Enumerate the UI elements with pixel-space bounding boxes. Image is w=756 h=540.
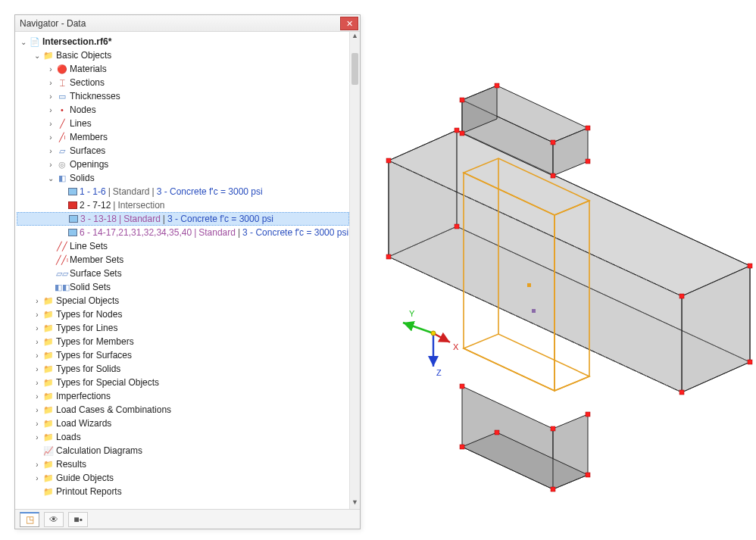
tree-row-surfaces[interactable]: › ▱ Surfaces (17, 144, 349, 158)
chevron-right-icon[interactable]: › (32, 324, 42, 332)
solid-item-3-selected[interactable]: 3 - 13-18|Standard|3 - Concrete f'c = 30… (17, 212, 349, 226)
tree-row-line-sets[interactable]: ╱╱ Line Sets (17, 239, 349, 253)
svg-rect-40 (551, 487, 555, 492)
svg-rect-43 (460, 131, 464, 136)
scroll-thumb[interactable] (351, 53, 358, 85)
tree-row-nodes[interactable]: › • Nodes (17, 103, 349, 117)
tree-row-member-sets[interactable]: ╱╱I Member Sets (17, 253, 349, 267)
surface-sets-icon: ▱▱ (56, 268, 68, 279)
svg-text:Z: Z (436, 368, 442, 377)
tab-views[interactable]: ■▪ (68, 512, 88, 527)
tree-row-load-cases[interactable]: › 📁 Load Cases & Combinations (17, 403, 349, 417)
model-3d-view: Y X Z (364, 0, 756, 540)
folder-icon: 📁 (42, 486, 55, 497)
chevron-right-icon[interactable]: › (32, 420, 42, 428)
scroll-up-icon[interactable]: ▲ (350, 32, 360, 42)
openings-icon: ◎ (56, 159, 68, 170)
solid-item-6[interactable]: 6 - 14-17,21,31,32,34,35,40|Standard|3 -… (17, 226, 349, 239)
chevron-right-icon[interactable]: › (45, 92, 56, 101)
solid-item-2[interactable]: 2 - 7-12|Intersection (17, 198, 349, 212)
chevron-right-icon[interactable]: › (45, 133, 56, 142)
tab-display[interactable]: 👁 (44, 512, 64, 527)
tree-row-types-special[interactable]: › 📁 Types for Special Objects (17, 376, 349, 389)
color-swatch-icon (68, 201, 77, 209)
svg-rect-45 (586, 159, 590, 164)
tree-row-guide-objects[interactable]: › 📁 Guide Objects (17, 471, 349, 485)
chevron-right-icon[interactable]: › (32, 392, 42, 401)
svg-rect-46 (460, 384, 464, 389)
tree-row-imperfections[interactable]: › 📁 Imperfections (17, 389, 349, 403)
folder-icon: 📁 (42, 418, 55, 429)
tree-row-thicknesses[interactable]: › ▭ Thicknesses (17, 89, 349, 103)
members-icon: ╱I (56, 132, 68, 142)
svg-rect-31 (679, 390, 684, 395)
tree-row-members[interactable]: › ╱I Members (17, 130, 349, 144)
tree-row-basic-objects[interactable]: ⌄ 📁 Basic Objects (17, 48, 349, 62)
nodes-icon: • (56, 105, 68, 115)
tree-row-results[interactable]: › 📁 Results (17, 457, 349, 471)
tab-data[interactable]: ◳ (20, 512, 39, 527)
chevron-right-icon[interactable]: › (45, 106, 56, 114)
panel-title: Navigator - Data (20, 18, 340, 29)
tree-row-load-wizards[interactable]: › 📁 Load Wizards (17, 417, 349, 430)
chevron-right-icon[interactable]: › (45, 79, 56, 87)
tree-row-printout[interactable]: 📁 Printout Reports (17, 485, 349, 498)
line-sets-icon: ╱╱ (56, 241, 68, 251)
svg-point-23 (431, 331, 436, 336)
chevron-right-icon[interactable]: › (32, 351, 42, 360)
chevron-right-icon[interactable]: › (32, 433, 42, 442)
model-viewport[interactable]: Y X Z (364, 0, 756, 540)
chevron-down-icon[interactable]: ⌄ (32, 52, 42, 60)
chevron-right-icon[interactable]: › (32, 460, 42, 469)
close-button[interactable]: ✕ (340, 17, 358, 30)
chevron-right-icon[interactable]: › (45, 120, 56, 128)
materials-icon: 🔴 (56, 64, 68, 74)
folder-icon: 📁 (42, 377, 55, 388)
svg-rect-34 (748, 264, 752, 268)
tree-row-types-nodes[interactable]: › 📁 Types for Nodes (17, 307, 349, 321)
folder-icon: 📁 (42, 473, 55, 483)
sections-icon: ⌶ (56, 77, 68, 88)
thicknesses-icon: ▭ (56, 91, 68, 101)
chevron-right-icon[interactable]: › (32, 338, 42, 346)
chevron-right-icon[interactable]: › (32, 406, 42, 414)
chevron-right-icon[interactable]: › (45, 65, 56, 73)
tree-row-types-lines[interactable]: › 📁 Types for Lines (17, 321, 349, 335)
tree-row-solids[interactable]: ⌄ ◧ Solids (17, 171, 349, 185)
chevron-right-icon[interactable]: › (45, 161, 56, 169)
tree-row-surface-sets[interactable]: ▱▱ Surface Sets (17, 267, 349, 280)
tree-row-file[interactable]: ⌄ 📄 Intersection.rf6* (17, 35, 349, 48)
tree-row-lines[interactable]: › ╱ Lines (17, 117, 349, 130)
chevron-right-icon[interactable]: › (45, 147, 56, 155)
tree-row-types-surfaces[interactable]: › 📁 Types for Surfaces (17, 348, 349, 362)
chevron-right-icon[interactable]: › (32, 297, 42, 305)
chevron-down-icon[interactable]: ⌄ (45, 174, 56, 183)
vertical-scrollbar[interactable]: ▲ ▼ (349, 32, 360, 509)
tree-row-sections[interactable]: › ⌶ Sections (17, 76, 349, 89)
chevron-down-icon[interactable]: ⌄ (18, 38, 29, 46)
navigator-panel: Navigator - Data ✕ ⌄ 📄 Intersection.rf6*… (14, 14, 361, 529)
tree-row-openings[interactable]: › ◎ Openings (17, 158, 349, 171)
chevron-right-icon[interactable]: › (32, 311, 42, 319)
solid-item-1[interactable]: 1 - 1-6|Standard|3 - Concrete f'c = 3000… (17, 185, 349, 198)
tree-row-calc-diagrams[interactable]: 📈 Calculation Diagrams (17, 444, 349, 457)
tree-row-materials[interactable]: › 🔴 Materials (17, 62, 349, 76)
tree-container: ⌄ 📄 Intersection.rf6* ⌄ 📁 Basic Objects … (15, 32, 360, 509)
svg-rect-44 (551, 173, 555, 178)
tree-row-loads[interactable]: › 📁 Loads (17, 430, 349, 444)
chevron-right-icon[interactable]: › (32, 365, 42, 373)
lines-icon: ╱ (56, 118, 68, 129)
chevron-right-icon[interactable]: › (32, 474, 42, 482)
tree-row-solid-sets[interactable]: ◧◧ Solid Sets (17, 280, 349, 294)
svg-text:Y: Y (409, 309, 415, 318)
tree-row-special-objects[interactable]: › 📁 Special Objects (17, 294, 349, 307)
tree-row-types-solids[interactable]: › 📁 Types for Solids (17, 362, 349, 376)
centroid-marker-icon (532, 309, 536, 313)
tree-row-types-members[interactable]: › 📁 Types for Members (17, 335, 349, 348)
folder-icon: 📁 (42, 50, 55, 61)
surfaces-icon: ▱ (56, 145, 68, 156)
scroll-down-icon[interactable]: ▼ (350, 498, 360, 509)
camera-icon: ■▪ (73, 514, 83, 525)
chevron-right-icon[interactable]: › (32, 379, 42, 387)
navigator-tree[interactable]: ⌄ 📄 Intersection.rf6* ⌄ 📁 Basic Objects … (15, 32, 349, 509)
